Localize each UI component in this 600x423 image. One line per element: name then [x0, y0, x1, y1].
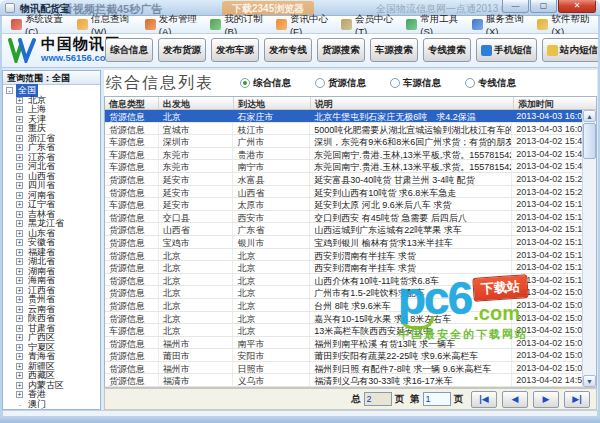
expand-icon[interactable]: + — [16, 344, 23, 351]
expand-icon[interactable]: + — [16, 363, 23, 370]
column-header-0[interactable]: 信息类型 — [105, 97, 159, 109]
expand-icon[interactable]: + — [16, 211, 23, 218]
toolbar-button-5[interactable]: 车源搜索 — [370, 38, 418, 62]
table-row[interactable]: 货源信息北京北京山西介休有10吨-11吨货求6.8车2013-04-02 15:… — [105, 274, 582, 287]
tree-item-1[interactable]: +上海 — [3, 105, 100, 115]
next-page-button[interactable]: ▶ — [533, 391, 559, 408]
menu-item-7[interactable]: 服务查询(X) — [468, 17, 532, 33]
table-row[interactable]: 车源信息北京北京13米高栏车陕西西安延安汉中2013-04-02 15:06:2… — [105, 324, 582, 337]
expand-icon[interactable]: + — [16, 173, 23, 180]
expand-icon[interactable]: + — [16, 220, 23, 227]
table-row[interactable]: 货源信息福州市南平市福州到南平松溪 有货13吨 求一辆车2013-04-02 1… — [105, 337, 582, 350]
menu-item-8[interactable]: 软件帮助(X) — [533, 17, 597, 33]
table-row[interactable]: 车源信息东莞市贵港市东莞回南宁.贵港.玉林,13米平板,求货。155781542… — [105, 148, 582, 161]
tree-item-30[interactable]: +内蒙古区 — [3, 381, 100, 391]
expand-icon[interactable]: + — [16, 249, 23, 256]
expand-icon[interactable]: + — [16, 268, 23, 275]
expand-icon[interactable]: + — [16, 182, 23, 189]
expand-icon[interactable]: + — [16, 125, 23, 132]
menu-item-1[interactable]: 信息查询(W) — [73, 17, 139, 33]
column-header-1[interactable]: 出发地 — [159, 97, 234, 109]
expand-icon[interactable]: + — [16, 391, 23, 398]
table-row[interactable]: 货源信息山西省广东省山西运城到广东运城有22吨苹果 求车2013-04-02 1… — [105, 223, 582, 236]
toolbar-button-4[interactable]: 货源搜索 — [317, 38, 365, 62]
expand-icon[interactable]: + — [16, 116, 23, 123]
table-row[interactable]: 货源信息北京北京西安到渭南有半挂车 求货2013-04-02 15:12:43 — [105, 249, 582, 262]
table-row[interactable]: 车源信息深圳市广州市深圳，东莞有9米6和8米6回广州求货；有货的朋友联系：201… — [105, 135, 582, 148]
table-scrollbar[interactable]: ▲ ▼ — [582, 110, 596, 387]
tree-item-2[interactable]: +天津 — [3, 115, 100, 125]
table-row[interactable]: 货源信息莆田市安阳市莆田到安阳有蔬菜22-25吨 求9.6米高栏车2013-04… — [105, 349, 582, 362]
expand-icon[interactable]: + — [16, 258, 23, 265]
expand-icon[interactable]: + — [16, 277, 23, 284]
toolbar-button-3[interactable]: 发布专线 — [264, 38, 312, 62]
expand-icon[interactable]: + — [16, 382, 23, 389]
radio-3[interactable]: 专线信息 — [465, 77, 516, 90]
expand-icon[interactable]: + — [16, 325, 23, 332]
table-row[interactable]: 车源信息延安市太原市延安到太原 河北 9.6米后八车 求货2013-04-02 … — [105, 198, 582, 211]
column-header-2[interactable]: 到达地 — [234, 97, 311, 109]
table-row[interactable]: 货源信息宝鸡市银川市宝鸡到银川 榆林有货求13米半挂车2013-04-02 15… — [105, 236, 582, 249]
menu-item-4[interactable]: 资讯中心(F) — [272, 17, 335, 33]
column-header-3[interactable]: 说明 — [311, 97, 514, 109]
scroll-up-icon[interactable]: ▲ — [583, 110, 596, 122]
toolbar-button-1[interactable]: 发布货源 — [158, 38, 206, 62]
table-row[interactable]: 货源信息福州市日照市福州到日照 有配件7-8吨 求一辆 9.6米高栏车2013-… — [105, 362, 582, 375]
expand-icon[interactable]: + — [16, 144, 23, 151]
expand-icon[interactable]: + — [16, 154, 23, 161]
expand-icon[interactable]: + — [16, 334, 23, 341]
toolbar-button-6[interactable]: 专线搜索 — [423, 38, 471, 62]
tree-item-root[interactable]: -全国 — [3, 86, 100, 96]
expand-icon[interactable]: + — [16, 315, 23, 322]
menu-item-6[interactable]: 常用工具(S) — [402, 17, 466, 33]
menu-item-2[interactable]: 发布管理(A) — [141, 17, 205, 33]
current-page-field[interactable] — [423, 392, 451, 406]
radio-1[interactable]: 货源信息 — [315, 77, 366, 90]
expand-icon[interactable]: + — [16, 192, 23, 199]
toolbar-button-7[interactable]: 手机短信 — [476, 38, 537, 62]
expand-icon[interactable]: + — [16, 372, 23, 379]
table-row[interactable]: 货源信息北京北京台州 8吨 求9.6米车2013-04-02 15:09:13 — [105, 299, 582, 312]
last-page-button[interactable]: ▶| — [564, 391, 590, 408]
expand-icon[interactable]: + — [16, 353, 23, 360]
tree-item-32[interactable]: -澳门 — [3, 400, 100, 410]
table-row[interactable]: 货源信息北京北京嘉兴有10-15吨水果 求6.8米左右车2013-04-02 1… — [105, 312, 582, 325]
column-header-4[interactable]: 添加时间 — [514, 97, 584, 109]
scroll-down-icon[interactable]: ▼ — [583, 375, 596, 387]
expand-icon[interactable]: + — [16, 296, 23, 303]
tree-item-0[interactable]: +北京 — [3, 96, 100, 106]
first-page-button[interactable]: |◀ — [471, 391, 497, 408]
prev-page-button[interactable]: ◀ — [502, 391, 528, 408]
maximize-button[interactable]: ▢ — [530, 0, 557, 13]
expand-icon[interactable]: + — [16, 239, 23, 246]
table-row[interactable]: 货源信息北京北京广州市有1.5-2吨饮料求配车2013-04-02 15:09:… — [105, 286, 582, 299]
close-button[interactable]: ✕ — [558, 0, 596, 13]
expand-icon[interactable]: + — [16, 97, 23, 104]
expand-icon[interactable]: + — [16, 306, 23, 313]
menu-item-5[interactable]: 会员中心(T) — [337, 17, 400, 33]
collapse-icon[interactable]: - — [6, 87, 13, 94]
table-row[interactable]: 货源信息北京北京西安到渭南有半挂车 求货2013-04-02 15:10:49 — [105, 261, 582, 274]
radio-2[interactable]: 车源信息 — [390, 77, 441, 90]
table-row[interactable]: 货源信息延安市水富县延安富县30-40吨货 甘肃兰州 3-4吨 配货2013-0… — [105, 173, 582, 186]
table-row[interactable]: 货源信息延安市山西省延安到山西有10吨货 求6.8米车急走2013-04-02 … — [105, 186, 582, 199]
table-row[interactable]: 货源信息福清市义乌市福清到义乌有30-33吨 求16-17米车2013-04-0… — [105, 374, 582, 387]
expand-icon[interactable]: + — [16, 135, 23, 142]
radio-0[interactable]: 综合信息 — [240, 77, 291, 90]
expand-icon[interactable]: + — [16, 201, 23, 208]
menu-item-3[interactable]: 我的订制(B) — [206, 17, 270, 33]
total-pages-field[interactable] — [364, 392, 392, 406]
expand-icon[interactable]: + — [16, 230, 23, 237]
menu-item-0[interactable]: 系统设置(C) — [7, 17, 71, 33]
toolbar-button-2[interactable]: 发布车源 — [211, 38, 259, 62]
toolbar-button-8[interactable]: 站内短信 — [542, 38, 600, 62]
expand-icon[interactable]: + — [16, 163, 23, 170]
table-row[interactable]: 车源信息东莞市南宁市东莞回南宁.贵港.玉林,13米平板,求货。155781542… — [105, 160, 582, 173]
toolbar-button-0[interactable]: 综合信息 — [105, 38, 153, 62]
minimize-button[interactable]: — — [502, 0, 529, 13]
table-row[interactable]: 货源信息北京石家庄市北京牛堡屯到石家庄无极6吨 求4.2保温2013-04-03… — [105, 110, 582, 123]
scrollbar-thumb[interactable] — [583, 123, 596, 159]
table-row[interactable]: 货源信息交口县西安市交口到西安 有45吨货 急需要 后四后八2013-04-02… — [105, 211, 582, 224]
table-row[interactable]: 货源信息宜城市枝江市5000吨化肥需要从湖北宜城运输到湖北枝江有车的老板请联系2… — [105, 123, 582, 136]
expand-icon[interactable]: + — [16, 106, 23, 113]
